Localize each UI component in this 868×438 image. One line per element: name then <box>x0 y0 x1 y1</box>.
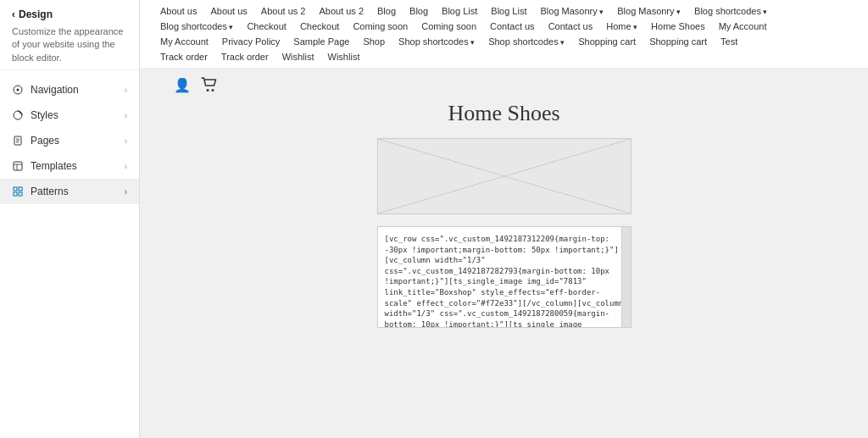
sidebar-title: Design <box>19 8 53 20</box>
svg-rect-7 <box>14 162 22 170</box>
sidebar-back-button[interactable]: ‹ Design <box>12 8 127 20</box>
nav-item-blog-masonry-1[interactable]: Blog Masonry <box>534 3 611 19</box>
svg-rect-12 <box>14 192 17 196</box>
chevron-icon: › <box>125 111 127 120</box>
nav-row-3: My Account Privacy Policy Sample Page Sh… <box>153 34 854 49</box>
svg-point-15 <box>212 89 214 91</box>
svg-rect-13 <box>19 192 22 196</box>
nav-item-blog-2[interactable]: Blog <box>403 3 435 19</box>
svg-point-14 <box>207 89 209 91</box>
sidebar-nav: Navigation › Styles › Pages › <box>0 77 139 204</box>
nav-item-blog-shortcodes-1[interactable]: Blog shortcodes <box>687 3 774 19</box>
cart-icon[interactable] <box>201 77 218 96</box>
nav-item-sample-page[interactable]: Sample Page <box>287 34 356 49</box>
nav-item-shopping-cart-2[interactable]: Shopping cart <box>643 34 714 49</box>
nav-item-my-account-1[interactable]: My Account <box>712 19 774 34</box>
nav-item-coming-soon-1[interactable]: Coming soon <box>346 19 415 34</box>
nav-item-about-us-2[interactable]: About us <box>203 3 253 19</box>
nav-item-contact-us-1[interactable]: Contact us <box>483 19 542 34</box>
nav-item-blog-shortcodes-2[interactable]: Blog shortcodes <box>153 19 240 34</box>
nav-item-track-order-1[interactable]: Track order <box>153 49 214 64</box>
sidebar-item-pages-label: Pages <box>31 135 59 147</box>
nav-item-about-us-1[interactable]: About us <box>153 3 203 19</box>
nav-row-1: About us About us About us 2 About us 2 … <box>153 3 854 19</box>
content-area: 👤 Home Shoes [vc_row css=".vc_custom_149… <box>140 69 868 438</box>
sidebar-item-templates[interactable]: Templates › <box>0 153 139 179</box>
sidebar-description: Customize the appearance of your website… <box>12 25 127 64</box>
nav-row-4: Track order Track order Wishlist Wishlis… <box>153 49 854 64</box>
sidebar-item-patterns[interactable]: Patterns › <box>0 179 139 204</box>
nav-item-shop[interactable]: Shop <box>356 34 392 49</box>
nav-item-blog-1[interactable]: Blog <box>370 3 403 19</box>
back-arrow-icon: ‹ <box>12 8 15 20</box>
scrollbar-thumb[interactable] <box>623 230 630 247</box>
nav-item-blog-masonry-2[interactable]: Blog Masonry <box>610 3 687 19</box>
nav-item-shop-shortcodes-1[interactable]: Shop shortcodes <box>392 34 481 49</box>
sidebar-item-navigation-label: Navigation <box>31 84 79 96</box>
page-title: Home Shoes <box>448 101 559 126</box>
chevron-icon: › <box>125 162 127 171</box>
navigation-icon <box>12 84 24 96</box>
sidebar-item-patterns-label: Patterns <box>31 186 69 197</box>
nav-item-home-shoes[interactable]: Home Shoes <box>644 19 712 34</box>
sidebar-item-styles-label: Styles <box>31 109 58 121</box>
top-icons-row: 👤 <box>157 77 851 96</box>
templates-icon <box>12 160 24 172</box>
svg-rect-10 <box>14 187 17 191</box>
nav-item-my-account-2[interactable]: My Account <box>153 34 215 49</box>
nav-item-checkout-2[interactable]: Checkout <box>293 19 346 34</box>
sidebar: ‹ Design Customize the appearance of you… <box>0 0 140 438</box>
nav-bar: About us About us About us 2 About us 2 … <box>140 0 868 69</box>
sidebar-item-pages[interactable]: Pages › <box>0 128 139 153</box>
chevron-icon: › <box>125 86 127 95</box>
sidebar-item-navigation[interactable]: Navigation › <box>0 77 139 103</box>
nav-item-contact-us-2[interactable]: Contact us <box>542 19 600 34</box>
nav-item-home[interactable]: Home <box>599 19 644 34</box>
nav-item-checkout-1[interactable]: Checkout <box>240 19 292 34</box>
nav-item-wishlist-1[interactable]: Wishlist <box>275 49 321 64</box>
code-editor-block[interactable]: [vc_row css=".vc_custom_1492187312209{ma… <box>377 226 632 328</box>
nav-item-coming-soon-2[interactable]: Coming soon <box>415 19 483 34</box>
sidebar-item-styles[interactable]: Styles › <box>0 103 139 128</box>
sidebar-item-templates-label: Templates <box>31 160 77 172</box>
nav-item-shop-shortcodes-2[interactable]: Shop shortcodes <box>481 34 571 49</box>
pages-icon <box>12 135 24 147</box>
nav-item-wishlist-2[interactable]: Wishlist <box>321 49 367 64</box>
nav-item-track-order-2[interactable]: Track order <box>214 49 275 64</box>
user-icon[interactable]: 👤 <box>174 77 191 96</box>
chevron-icon: › <box>125 136 127 146</box>
patterns-icon <box>12 186 24 197</box>
main-content: About us About us About us 2 About us 2 … <box>140 0 868 438</box>
nav-item-shopping-cart-1[interactable]: Shopping cart <box>571 34 643 49</box>
nav-item-privacy-policy[interactable]: Privacy Policy <box>215 34 287 49</box>
nav-item-about-us2-1[interactable]: About us 2 <box>254 3 313 19</box>
chevron-icon: › <box>125 187 127 197</box>
nav-item-test[interactable]: Test <box>714 34 744 49</box>
svg-point-1 <box>17 89 19 91</box>
code-content: [vc_row css=".vc_custom_1492187312209{ma… <box>385 235 624 328</box>
nav-item-about-us2-2[interactable]: About us 2 <box>312 3 370 19</box>
nav-row-2: Blog shortcodes Checkout Checkout Coming… <box>153 19 854 34</box>
sidebar-header: ‹ Design Customize the appearance of you… <box>0 0 139 70</box>
hero-image-placeholder <box>377 138 632 214</box>
styles-icon <box>12 109 24 121</box>
nav-item-blog-list-1[interactable]: Blog List <box>435 3 484 19</box>
svg-rect-11 <box>19 187 22 191</box>
nav-item-blog-list-2[interactable]: Blog List <box>484 3 533 19</box>
